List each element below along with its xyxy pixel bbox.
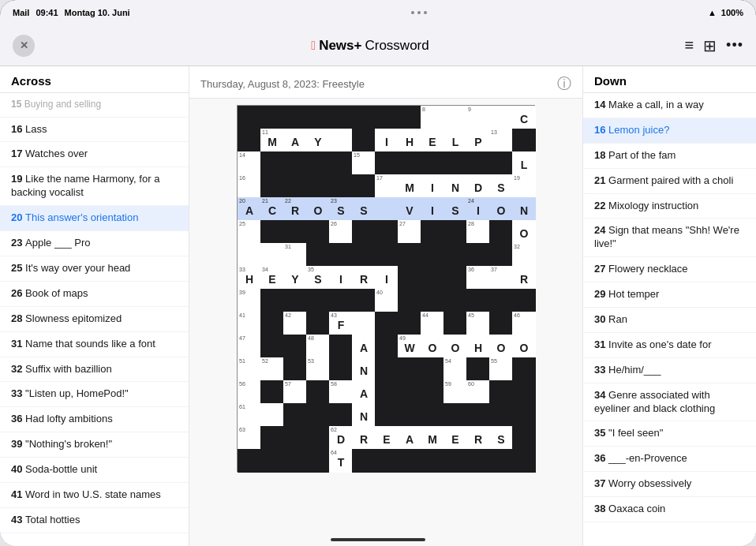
- cell-1-6[interactable]: I: [375, 129, 399, 152]
- cell-9-5[interactable]: [352, 312, 376, 335]
- cell-4-8[interactable]: I: [421, 197, 444, 221]
- cell-4-9[interactable]: S: [443, 197, 467, 221]
- down-clue-item-36[interactable]: 36 ___-en-Provence: [583, 447, 756, 472]
- down-clue-item-35[interactable]: 35 "I feel seen": [583, 421, 756, 447]
- cell-4-1[interactable]: 21C: [260, 197, 284, 221]
- cell-6-1[interactable]: [260, 243, 284, 267]
- down-clue-item-27[interactable]: 27 Flowery necklace: [583, 257, 756, 282]
- across-clue-item-19[interactable]: 19 Like the name Harmony, for a backing …: [0, 167, 189, 206]
- across-clue-item-41[interactable]: 41 Word in two U.S. state names: [0, 483, 189, 508]
- cell-7-1[interactable]: 34E: [260, 266, 284, 290]
- across-clue-item-28[interactable]: 28 Slowness epitomized: [0, 307, 189, 332]
- across-clue-item-33[interactable]: 33 "Listen up, HomePod!": [0, 382, 189, 407]
- cell-12-5[interactable]: A: [352, 380, 376, 404]
- cell-14-8[interactable]: M: [421, 426, 444, 450]
- cell-7-10[interactable]: 36: [466, 266, 490, 290]
- cell-6-0[interactable]: [238, 243, 261, 267]
- cell-3-0[interactable]: 16: [238, 174, 261, 198]
- cell-4-12[interactable]: N: [512, 197, 536, 221]
- cell-10-5[interactable]: A: [352, 335, 376, 358]
- cell-4-2[interactable]: 22R: [283, 197, 307, 221]
- cell-7-11[interactable]: 37: [489, 266, 513, 290]
- cell-3-10[interactable]: D: [466, 174, 490, 198]
- cell-0-11[interactable]: [489, 106, 513, 129]
- cell-8-0[interactable]: 39: [238, 289, 261, 312]
- cell-0-8[interactable]: 8: [421, 106, 444, 129]
- cell-10-0[interactable]: 47: [238, 335, 261, 358]
- down-clue-item-22[interactable]: 22 Mixology instruction: [583, 194, 756, 219]
- cell-10-10[interactable]: H: [466, 335, 490, 358]
- cell-4-6[interactable]: [375, 197, 399, 221]
- cell-4-10[interactable]: 24I: [466, 197, 490, 221]
- cell-14-7[interactable]: A: [398, 426, 421, 450]
- cell-7-12[interactable]: R: [512, 266, 536, 290]
- cell-13-5[interactable]: N: [352, 403, 376, 427]
- down-clue-item-34[interactable]: 34 Genre associated with eyeliner and bl…: [583, 383, 756, 422]
- across-clue-item-25[interactable]: 25 It's way over your head: [0, 256, 189, 282]
- across-clue-item-16[interactable]: 16 Lass: [0, 118, 189, 143]
- close-button[interactable]: ✕: [13, 35, 35, 57]
- cell-4-0[interactable]: 20A: [238, 197, 261, 221]
- down-clue-item-31[interactable]: 31 Invite as one's date for: [583, 333, 756, 358]
- cell-12-4[interactable]: 58: [329, 380, 353, 404]
- cell-9-8[interactable]: 44: [421, 312, 444, 335]
- down-clue-item-16[interactable]: 16 Lemon juice?: [583, 118, 756, 144]
- down-clue-item-14[interactable]: 14 Make a call, in a way: [583, 93, 756, 118]
- cell-13-1[interactable]: [260, 403, 284, 427]
- cell-4-3[interactable]: O: [306, 197, 330, 221]
- cell-11-5[interactable]: N: [352, 357, 376, 381]
- across-clue-item-23[interactable]: 23 Apple ___ Pro: [0, 231, 189, 256]
- cell-3-12[interactable]: 19: [512, 174, 536, 198]
- cell-5-0[interactable]: 25: [238, 220, 261, 244]
- cell-1-7[interactable]: H: [398, 129, 421, 152]
- info-icon[interactable]: ⓘ: [557, 74, 571, 93]
- cell-1-3[interactable]: Y: [306, 129, 330, 152]
- cell-1-8[interactable]: E: [421, 129, 444, 152]
- cell-1-9[interactable]: L: [443, 129, 467, 152]
- cell-8-6[interactable]: 40: [375, 289, 399, 312]
- cell-14-4[interactable]: 62D: [329, 426, 353, 450]
- down-clue-item-24[interactable]: 24 Sign that means "Shh! We're live!": [583, 219, 756, 257]
- cell-11-3[interactable]: 53: [306, 357, 330, 381]
- cell-13-0[interactable]: 61: [238, 403, 261, 427]
- cell-3-8[interactable]: I: [421, 174, 444, 198]
- down-clue-item-30[interactable]: 30 Ran: [583, 308, 756, 333]
- cell-4-7[interactable]: V: [398, 197, 421, 221]
- cell-9-0[interactable]: 41: [238, 312, 261, 335]
- cell-14-5[interactable]: R: [352, 426, 376, 450]
- cell-10-7[interactable]: 49W: [398, 335, 421, 358]
- cell-1-11[interactable]: 13: [489, 129, 513, 152]
- cell-3-9[interactable]: N: [443, 174, 467, 198]
- cell-9-2[interactable]: 42: [283, 312, 307, 335]
- across-clue-item-43[interactable]: 43 Total hotties: [0, 508, 189, 533]
- across-clue-item-15[interactable]: 15 Buying and selling: [0, 93, 189, 118]
- down-clue-item-33[interactable]: 33 He/him/___: [583, 358, 756, 383]
- cell-14-9[interactable]: E: [443, 426, 467, 450]
- cell-12-9[interactable]: 59: [443, 380, 467, 404]
- down-clue-item-21[interactable]: 21 Garment paired with a choli: [583, 169, 756, 194]
- cell-4-11[interactable]: O: [489, 197, 513, 221]
- cell-9-12[interactable]: 46: [512, 312, 536, 335]
- cell-7-5[interactable]: R: [352, 266, 376, 290]
- cell-9-4[interactable]: 43F: [329, 312, 353, 335]
- cell-1-1[interactable]: 11M: [260, 129, 284, 152]
- cell-2-5[interactable]: 15: [352, 151, 376, 175]
- cell-12-0[interactable]: 56: [238, 380, 261, 404]
- across-clue-item-31[interactable]: 31 Name that sounds like a font: [0, 332, 189, 357]
- cell-5-4[interactable]: 26: [329, 220, 353, 244]
- down-clue-item-38[interactable]: 38 Oaxaca coin: [583, 497, 756, 522]
- cell-1-10[interactable]: P: [466, 129, 490, 152]
- cell-10-8[interactable]: O: [421, 335, 444, 358]
- cell-10-12[interactable]: O: [512, 335, 536, 358]
- cell-5-7[interactable]: 27: [398, 220, 421, 244]
- list-view-icon[interactable]: ≡: [684, 36, 694, 54]
- cell-10-9[interactable]: O: [443, 335, 467, 358]
- cell-7-6[interactable]: I: [375, 266, 399, 290]
- cell-0-10[interactable]: 9: [466, 106, 490, 129]
- cell-6-2[interactable]: 31: [283, 243, 307, 267]
- cell-14-10[interactable]: R: [466, 426, 490, 450]
- across-clue-item-36[interactable]: 36 Had lofty ambitions: [0, 407, 189, 432]
- cell-2-12[interactable]: L: [512, 151, 536, 175]
- cell-7-2[interactable]: Y: [283, 266, 307, 290]
- cell-11-9[interactable]: 54: [443, 357, 467, 381]
